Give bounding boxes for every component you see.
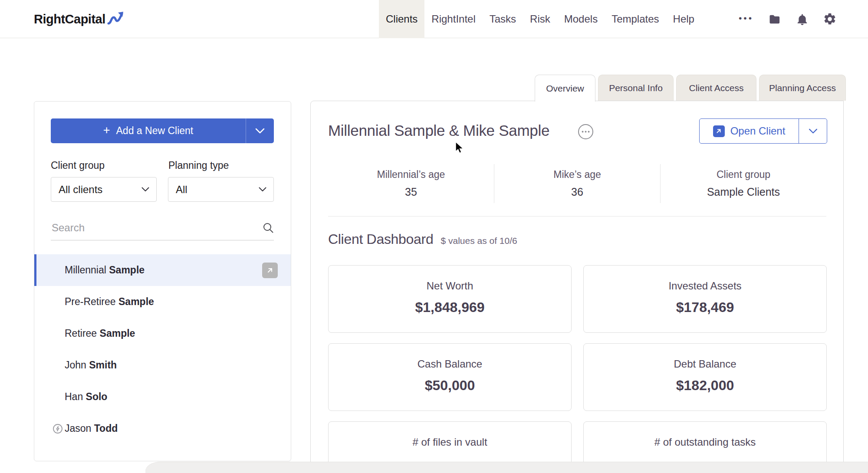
- dashboard-subtitle: $ values as of 10/6: [441, 236, 517, 246]
- nav-item-templates[interactable]: Templates: [605, 0, 666, 38]
- top-navigation-bar: RightCapital Clients RightIntel Tasks Ri…: [0, 0, 868, 38]
- client-row-pre-retiree-sample[interactable]: Pre-Retiree Sample: [34, 286, 291, 318]
- planning-type-select[interactable]: All: [168, 177, 274, 202]
- stat-value: 35: [405, 186, 417, 198]
- client-group-select-value: All clients: [59, 184, 102, 196]
- client-header: Millennial Sample & Mike Sample Open Cli…: [328, 118, 827, 145]
- card-label: Debt Balance: [674, 358, 736, 370]
- add-new-client-main[interactable]: + Add a New Client: [51, 118, 246, 143]
- stat-value: Sample Clients: [707, 186, 780, 198]
- client-name-label: Millennial Sample: [65, 264, 145, 276]
- card-value: $50,000: [425, 378, 475, 394]
- client-row-jason-todd[interactable]: Jason Todd: [34, 413, 291, 444]
- tab-client-access[interactable]: Client Access: [676, 75, 756, 101]
- section-divider: [328, 216, 826, 217]
- add-client-dropdown-toggle[interactable]: [246, 118, 274, 143]
- client-search-input[interactable]: Search: [51, 215, 274, 240]
- bell-icon[interactable]: [795, 12, 809, 26]
- external-arrow-icon: [266, 266, 274, 274]
- client-row-john-smith[interactable]: John Smith: [34, 349, 291, 381]
- tab-planning-access[interactable]: Planning Access: [759, 75, 846, 101]
- logo-arrow-icon: [107, 10, 125, 26]
- card-label: # of files in vault: [412, 436, 487, 448]
- dashboard-header: Client Dashboard $ values as of 10/6: [328, 231, 517, 247]
- search-placeholder: Search: [51, 222, 85, 234]
- mouse-cursor: [455, 141, 467, 154]
- chevron-down-icon: [809, 128, 818, 134]
- stat-label: Client group: [717, 169, 770, 181]
- app-window: RightCapital Clients RightIntel Tasks Ri…: [0, 0, 868, 473]
- page-title: Millennial Sample & Mike Sample: [328, 122, 549, 139]
- tab-overview[interactable]: Overview: [535, 75, 595, 102]
- dashboard-cards: Net Worth $1,848,969 Invested Assets $17…: [328, 265, 827, 473]
- folder-icon[interactable]: [767, 12, 781, 26]
- plus-icon: +: [103, 124, 110, 137]
- search-icon[interactable]: [263, 222, 274, 233]
- add-new-client-label: Add a New Client: [116, 125, 194, 137]
- client-name-label: Han Solo: [65, 391, 107, 403]
- background-window-edge: [145, 462, 868, 473]
- open-client-label: Open Client: [730, 125, 786, 137]
- planning-type-select-value: All: [176, 184, 187, 196]
- stat-millennial-age: Millennial’s age 35: [328, 164, 494, 203]
- planning-type-filter-label: Planning type: [168, 160, 229, 171]
- dashboard-title: Client Dashboard: [328, 231, 433, 247]
- open-client-quick-button[interactable]: [262, 263, 278, 278]
- open-client-main[interactable]: Open Client: [700, 119, 799, 143]
- primary-nav: Clients RightIntel Tasks Risk Models Tem…: [379, 0, 701, 38]
- card-value: $182,000: [676, 378, 734, 394]
- card-label: Invested Assets: [668, 280, 741, 292]
- card-net-worth: Net Worth $1,848,969: [328, 265, 572, 333]
- stat-label: Mike’s age: [553, 169, 601, 181]
- nav-item-tasks[interactable]: Tasks: [483, 0, 523, 38]
- client-detail-tabs: Overview Personal Info Client Access Pla…: [535, 75, 846, 102]
- nav-item-models[interactable]: Models: [557, 0, 605, 38]
- rightcapital-logo[interactable]: RightCapital: [34, 0, 125, 38]
- stat-label: Millennial’s age: [377, 169, 445, 181]
- chevron-down-icon: [259, 187, 266, 192]
- add-new-client-button[interactable]: + Add a New Client: [51, 118, 274, 143]
- stat-client-group: Client group Sample Clients: [660, 164, 826, 203]
- more-options-icon[interactable]: •••: [739, 13, 753, 25]
- client-list-panel: + Add a New Client Client group Planning…: [34, 101, 291, 461]
- client-row-millennial-sample[interactable]: Millennial Sample: [34, 254, 291, 286]
- nav-item-help[interactable]: Help: [666, 0, 701, 38]
- card-label: Cash Balance: [418, 358, 482, 370]
- external-arrow-icon: [713, 125, 725, 137]
- card-value: $1,848,969: [415, 299, 484, 315]
- logo-text: RightCapital: [34, 12, 105, 26]
- client-more-options-icon[interactable]: [578, 124, 594, 141]
- client-name-label: Retiree Sample: [65, 328, 135, 339]
- gear-icon[interactable]: [823, 12, 837, 26]
- client-stats-row: Millennial’s age 35 Mike’s age 36 Client…: [328, 164, 826, 203]
- chevron-down-icon: [141, 187, 149, 192]
- client-name-label: Pre-Retiree Sample: [65, 296, 154, 308]
- chevron-down-icon: [255, 128, 265, 134]
- client-name-label: John Smith: [65, 359, 117, 371]
- card-label: Net Worth: [427, 280, 473, 292]
- nav-item-rightintel[interactable]: RightIntel: [424, 0, 482, 38]
- client-list: Millennial Sample Pre-Retiree Sample Ret…: [34, 254, 291, 444]
- quick-plan-bolt-icon: [53, 424, 63, 436]
- nav-icon-group: •••: [739, 0, 837, 38]
- card-invested-assets: Invested Assets $178,469: [583, 265, 827, 333]
- card-label: # of outstanding tasks: [654, 436, 756, 448]
- tab-personal-info[interactable]: Personal Info: [598, 75, 674, 101]
- card-value: $178,469: [676, 299, 734, 315]
- nav-item-clients[interactable]: Clients: [379, 0, 424, 38]
- open-client-button[interactable]: Open Client: [699, 118, 827, 144]
- open-client-dropdown-toggle[interactable]: [799, 119, 827, 143]
- client-row-han-solo[interactable]: Han Solo: [34, 381, 291, 413]
- client-group-select[interactable]: All clients: [51, 177, 157, 202]
- card-debt-balance: Debt Balance $182,000: [583, 343, 827, 411]
- client-name-label: Jason Todd: [65, 423, 118, 434]
- stat-mike-age: Mike’s age 36: [494, 164, 660, 203]
- client-overview-panel: Millennial Sample & Mike Sample Open Cli…: [310, 101, 844, 473]
- nav-item-risk[interactable]: Risk: [523, 0, 557, 38]
- client-group-filter-label: Client group: [51, 160, 105, 171]
- stat-value: 36: [571, 186, 583, 198]
- card-cash-balance: Cash Balance $50,000: [328, 343, 572, 411]
- client-row-retiree-sample[interactable]: Retiree Sample: [34, 318, 291, 349]
